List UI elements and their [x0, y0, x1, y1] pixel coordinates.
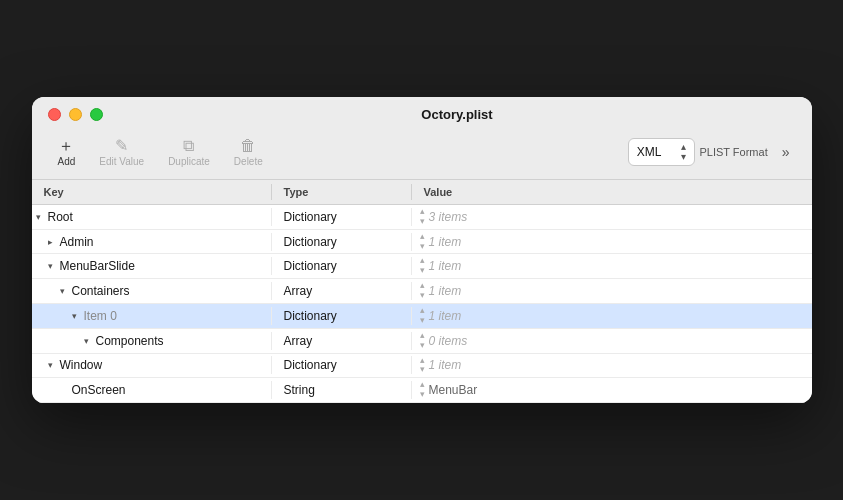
edit-value-button[interactable]: ✎ Edit Value	[89, 134, 154, 171]
delete-label: Delete	[234, 156, 263, 167]
close-button[interactable]	[48, 108, 61, 121]
disclosure-icon[interactable]	[56, 284, 70, 298]
toolbar: ＋ Add ✎ Edit Value ⧉ Duplicate 🗑 Delete	[48, 130, 796, 179]
minimize-button[interactable]	[69, 108, 82, 121]
key-text: Containers	[72, 284, 130, 298]
value-sort-icon[interactable]: ▴▾	[420, 380, 425, 400]
column-headers: Key Type Value	[32, 180, 812, 205]
type-text: String	[272, 381, 412, 399]
key-text: Components	[96, 334, 164, 348]
value-cell: ▴▾0 items	[412, 329, 812, 353]
value-text: MenuBar	[429, 383, 478, 397]
disclosure-icon[interactable]	[68, 309, 82, 323]
add-icon: ＋	[58, 138, 74, 154]
format-value: XML	[637, 145, 662, 159]
value-cell: ▴▾1 item	[412, 279, 812, 303]
traffic-lights	[48, 108, 103, 121]
table-row[interactable]: ContainersArray▴▾1 item	[32, 279, 812, 304]
plist-format-label: PLIST Format	[699, 146, 767, 158]
value-cell: ▴▾1 item	[412, 354, 812, 378]
key-text: Item 0	[84, 309, 117, 323]
value-text: 1 item	[429, 259, 462, 273]
table-row[interactable]: MenuBarSlideDictionary▴▾1 item	[32, 254, 812, 279]
type-text: Dictionary	[272, 208, 412, 226]
value-sort-icon[interactable]: ▴▾	[420, 207, 425, 227]
col-header-value[interactable]: Value	[412, 184, 812, 200]
table-row[interactable]: WindowDictionary▴▾1 item	[32, 354, 812, 379]
edit-icon: ✎	[115, 138, 128, 154]
duplicate-button[interactable]: ⧉ Duplicate	[158, 134, 220, 171]
col-header-key[interactable]: Key	[32, 184, 272, 200]
main-window: Octory.plist ＋ Add ✎ Edit Value ⧉ Duplic…	[32, 97, 812, 403]
key-text: Root	[48, 210, 73, 224]
table-row[interactable]: AdminDictionary▴▾1 item	[32, 230, 812, 255]
format-dropdown[interactable]: XML ▴ ▾	[628, 138, 696, 166]
window-title: Octory.plist	[119, 107, 796, 122]
value-text: 1 item	[429, 358, 462, 372]
titlebar: Octory.plist ＋ Add ✎ Edit Value ⧉ Duplic…	[32, 97, 812, 180]
delete-button[interactable]: 🗑 Delete	[224, 134, 273, 171]
value-sort-icon[interactable]: ▴▾	[420, 306, 425, 326]
table-row[interactable]: RootDictionary▴▾3 items	[32, 205, 812, 230]
value-cell: ▴▾1 item	[412, 254, 812, 278]
key-text: MenuBarSlide	[60, 259, 135, 273]
value-cell: ▴▾3 items	[412, 205, 812, 229]
trash-icon: 🗑	[240, 138, 256, 154]
value-sort-icon[interactable]: ▴▾	[420, 356, 425, 376]
table-body: RootDictionary▴▾3 itemsAdminDictionary▴▾…	[32, 205, 812, 403]
value-text: 1 item	[429, 309, 462, 323]
col-header-type[interactable]: Type	[272, 184, 412, 200]
table-row[interactable]: OnScreenString▴▾MenuBar	[32, 378, 812, 403]
type-text: Array	[272, 332, 412, 350]
format-select: XML ▴ ▾ PLIST Format	[628, 138, 768, 166]
add-button[interactable]: ＋ Add	[48, 134, 86, 171]
value-text: 0 items	[429, 334, 468, 348]
value-cell: ▴▾MenuBar	[412, 378, 812, 402]
type-text: Array	[272, 282, 412, 300]
value-cell: ▴▾1 item	[412, 304, 812, 328]
type-text: Dictionary	[272, 307, 412, 325]
disclosure-icon[interactable]	[32, 210, 46, 224]
disclosure-icon[interactable]	[44, 358, 58, 372]
value-sort-icon[interactable]: ▴▾	[420, 232, 425, 252]
value-sort-icon[interactable]: ▴▾	[420, 331, 425, 351]
value-text: 1 item	[429, 235, 462, 249]
key-text: Window	[60, 358, 103, 372]
format-arrows: ▴ ▾	[681, 142, 686, 162]
value-sort-icon[interactable]: ▴▾	[420, 256, 425, 276]
key-text: OnScreen	[72, 383, 126, 397]
duplicate-label: Duplicate	[168, 156, 210, 167]
value-text: 1 item	[429, 284, 462, 298]
toolbar-right: XML ▴ ▾ PLIST Format »	[628, 138, 796, 166]
disclosure-icon[interactable]	[80, 334, 94, 348]
disclosure-icon[interactable]	[44, 259, 58, 273]
type-text: Dictionary	[272, 257, 412, 275]
value-sort-icon[interactable]: ▴▾	[420, 281, 425, 301]
maximize-button[interactable]	[90, 108, 103, 121]
duplicate-icon: ⧉	[183, 138, 194, 154]
type-text: Dictionary	[272, 356, 412, 374]
disclosure-icon[interactable]	[44, 235, 58, 249]
table-row[interactable]: ComponentsArray▴▾0 items	[32, 329, 812, 354]
overflow-button[interactable]: »	[776, 140, 796, 164]
key-text: Admin	[60, 235, 94, 249]
edit-value-label: Edit Value	[99, 156, 144, 167]
value-text: 3 items	[429, 210, 468, 224]
add-label: Add	[58, 156, 76, 167]
type-text: Dictionary	[272, 233, 412, 251]
table-row[interactable]: Item 0Dictionary▴▾1 item	[32, 304, 812, 329]
value-cell: ▴▾1 item	[412, 230, 812, 254]
